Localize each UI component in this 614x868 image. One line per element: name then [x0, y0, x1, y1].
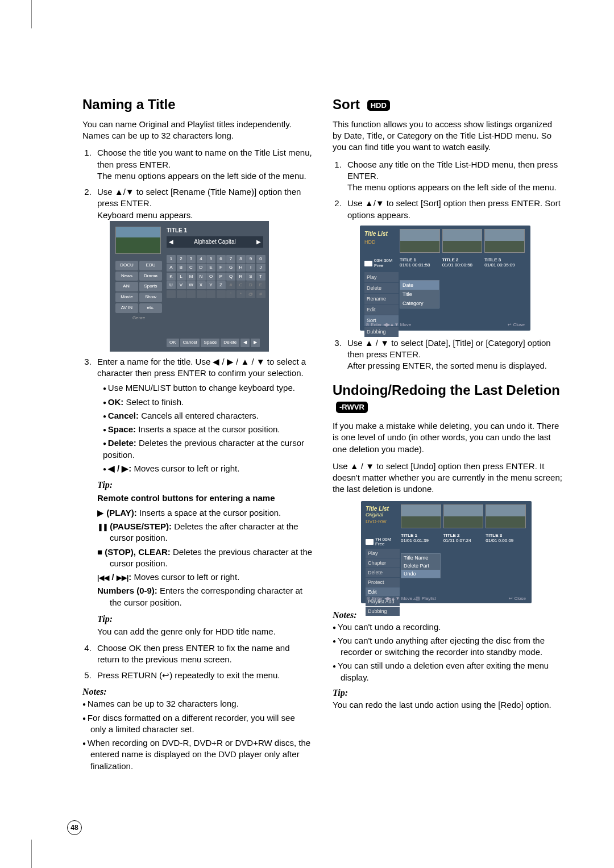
kb-preview-thumb [115, 227, 161, 254]
triangle-right-icon: ▶ [256, 238, 261, 246]
genre-item: Drama [139, 272, 162, 281]
notes-heading-left: Notes: [82, 687, 313, 697]
step-1: Choose the title you want to name on the… [94, 147, 313, 182]
naming-heading: Naming a Title [82, 97, 313, 113]
sort-heading: Sort HDD [333, 97, 563, 113]
play-icon [97, 508, 104, 518]
step-4: Choose OK then press ENTER to fix the na… [94, 642, 313, 666]
title-thumb [442, 229, 483, 253]
sort-step-1: Choose any title on the Title List-HDD m… [344, 159, 563, 194]
title-thumb [484, 229, 525, 253]
next-icon [117, 572, 128, 582]
right-column: Sort HDD This function allows you to acc… [333, 97, 563, 774]
pause-icon [97, 521, 107, 531]
remote-pause: (PAUSE/STEP): Deletes the after characte… [97, 521, 313, 544]
left-column: Naming a Title You can name Original and… [82, 97, 313, 774]
kb-left-btn: ◀ [240, 339, 250, 347]
title-thumb [400, 229, 440, 253]
kb-right-btn: ▶ [251, 339, 260, 347]
genre-grid: DOCU EDU News Drama ANI Sports Movie Sho… [115, 261, 162, 322]
remote-skip: / : Moves cursor to left or right. [97, 571, 313, 583]
genre-item: AV IN [115, 303, 138, 313]
undo-submenu: Title Name Delete Part Undo [401, 553, 441, 578]
remote-stop: (STOP), CLEAR: Deletes the previous char… [97, 546, 313, 570]
sort-screenshot: Title List HDD 1/1 03H 30MFree TITLE [360, 226, 530, 331]
rwvr-badge: -RWVR [336, 402, 368, 413]
remote-numbers: Numbers (0-9): Enters the corresponding … [97, 585, 313, 608]
kb-delete-btn: Delete [221, 339, 239, 347]
tip-body-right: You can redo the last undo action using … [333, 699, 563, 711]
remote-play: (PLAY): Inserts a space at the cursor po… [97, 507, 313, 519]
stop-icon [97, 547, 102, 557]
genre-item: Show [139, 293, 162, 302]
keyboard-screenshot: TITLE 1 ◀ Alphabet Capital ▶ DOCU EDU Ne… [110, 221, 269, 352]
step-3: Enter a name for the title. Use ◀ / ▶ / … [94, 356, 313, 638]
naming-intro: You can name Original and Playlist title… [82, 119, 313, 142]
title-thumb [486, 504, 526, 528]
sort-step-3: Use ▲ / ▼ to select [Date], [Title] or [… [344, 337, 563, 372]
genre-item: Sports [139, 282, 162, 291]
triangle-left-icon: ◀ [169, 238, 173, 246]
kb-title-field: TITLE 1 [167, 227, 263, 235]
tip-heading-right: Tip: [333, 688, 563, 698]
genre-item: Movie [115, 293, 138, 302]
undo-heading: Undoing/Redoing the Last Deletion -RWVR [333, 382, 563, 415]
notes-list-right: You can't undo a recording. You can't un… [333, 621, 563, 683]
kb-mode-label: Alphabet Capital [194, 238, 235, 246]
naming-steps: Choose the title you want to name on the… [82, 147, 313, 681]
kb-cancel-btn: Cancel [180, 339, 200, 347]
kb-space-btn: Space [201, 339, 219, 347]
notes-list-left: Names can be up to 32 characters long. F… [82, 698, 313, 772]
sort-step-2: Use ▲/▼ to select [Sort] option then pre… [344, 198, 563, 331]
undo-screenshot: Title List Original DVD-RW 1/3 7H 00MFre… [361, 501, 532, 603]
title-thumb [401, 504, 441, 528]
kb-ok-btn: OK [167, 339, 179, 347]
title-thumb [443, 504, 484, 528]
keyboard-grid: 1234567890 ABCDEFGHIJ KLMNOPQRST UVWXYZ#… [167, 255, 265, 298]
undo-p1: If you make a mistake while deleting, yo… [333, 420, 563, 455]
step-5: Press RETURN (↩) repeatedly to exit the … [94, 670, 313, 681]
genre-item: etc. [139, 303, 162, 313]
tip-heading-2: Tip: [97, 613, 313, 625]
genre-item: ANI [115, 282, 138, 291]
genre-item: News [115, 272, 138, 281]
tip-heading-1: Tip: [97, 479, 313, 491]
genre-item: EDU [139, 261, 162, 270]
hdd-badge: HDD [367, 100, 390, 111]
page-number: 48 [67, 820, 82, 835]
undo-p2: Use ▲ / ▼ to select [Undo] option then p… [333, 461, 563, 495]
sort-steps: Choose any title on the Title List-HDD m… [333, 159, 563, 372]
sort-submenu: Date Title Category [400, 280, 439, 308]
sort-intro: This function allows you to access show … [333, 119, 563, 153]
hdd-icon [364, 261, 372, 266]
disc-icon [366, 539, 374, 545]
step-2: Use ▲/▼ to select [Rename (Title Name)] … [94, 186, 313, 352]
genre-item: DOCU [115, 261, 138, 270]
undo-menu: Play Chapter Delete Protect Edit Playlis… [366, 549, 400, 616]
remote-subheading: Remote control buttons for entering a na… [97, 493, 275, 503]
tip-body-2: You can add the genre only for HDD title… [97, 626, 313, 637]
prev-icon [97, 572, 109, 582]
